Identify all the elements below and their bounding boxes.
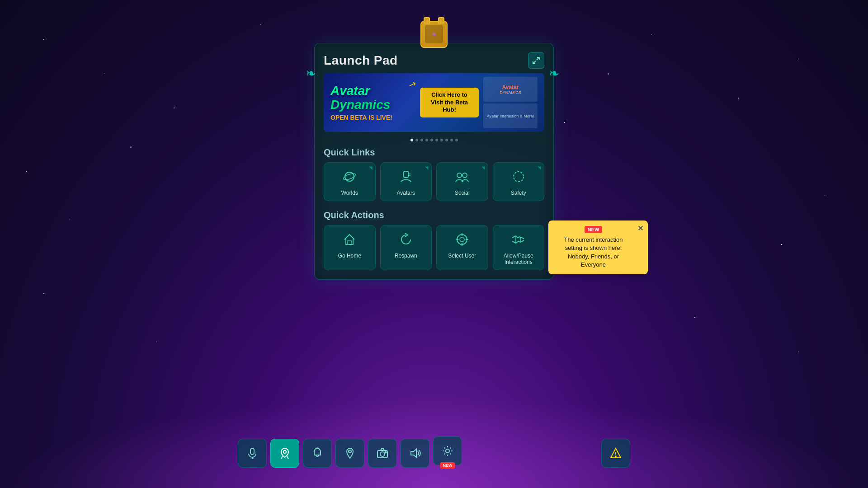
svg-point-9 [514,172,524,182]
respawn-button[interactable]: Respawn [380,225,432,270]
bell-button[interactable] [303,439,332,468]
svg-point-8 [462,173,467,178]
allow-pause-label: Allow/Pause Interactions [497,253,541,265]
banner-text-section: Avatar Dynamics OPEN BETA IS LIVE! [330,84,415,122]
select-user-button[interactable]: Select User [436,225,488,270]
banner-title-line1: Avatar [330,84,415,98]
mascot-avatar: 👾 [416,19,452,50]
dot-3[interactable] [420,139,423,141]
quick-actions-grid: Go Home Respawn [315,225,553,270]
banner-beta-text: OPEN BETA IS LIVE! [330,114,415,121]
safety-icon [511,169,526,186]
interaction-tooltip: NEW ✕ The current interaction setting is… [548,221,648,274]
go-home-button[interactable]: Go Home [324,225,376,270]
dot-9[interactable] [450,139,453,141]
banner-arrow: ↗ [407,77,418,90]
wing-right-decoration: ❧ [549,66,562,80]
allow-pause-button[interactable]: Allow/Pause Interactions NEW ✕ The curre… [493,225,545,270]
launch-pad-panel: ❧ ❧ 👾 Launch Pad Avatar Dynamics OPEN BE [314,43,554,280]
tooltip-new-badge: NEW [585,226,603,233]
banner-cta-button[interactable]: Click Here to Visit the Beta Hub! [420,88,479,118]
tooltip-close-button[interactable]: ✕ [637,224,643,233]
banner-card-2: Avatar Interaction & More! [483,103,538,128]
svg-point-3 [343,173,356,181]
bottom-toolbar: NEW [238,436,630,470]
dot-7[interactable] [440,139,443,141]
launch-button[interactable] [270,439,299,468]
avatars-corner-arrow: ◥ [425,165,429,170]
svg-point-20 [283,450,286,453]
social-corner-arrow: ◥ [481,165,485,170]
dot-6[interactable] [435,139,438,141]
svg-point-26 [385,452,387,453]
social-icon [455,169,469,186]
svg-rect-4 [403,171,409,178]
worlds-corner-arrow: ◥ [369,165,373,170]
dot-2[interactable] [415,139,418,141]
banner-pagination-dots [315,139,553,141]
banner-cards-section: Avatar DYNAMICS Avatar Interaction & Mor… [483,77,538,128]
location-button[interactable] [335,439,364,468]
svg-point-7 [457,173,462,178]
svg-point-23 [349,450,351,453]
banner-title-line2: Dynamics [330,98,415,112]
worlds-label: Worlds [341,190,358,196]
banner-card-1: Avatar DYNAMICS [483,77,538,102]
safety-button[interactable]: ◥ Safety [493,162,545,201]
dot-8[interactable] [445,139,448,141]
svg-point-31 [615,456,616,457]
worlds-button[interactable]: ◥ Worlds [324,162,376,201]
warning-button[interactable] [601,439,630,468]
camera-button[interactable] [368,439,397,468]
select-user-label: Select User [448,253,476,259]
wing-left-decoration: ❧ [306,66,319,80]
planet-icon [342,169,357,186]
dot-4[interactable] [425,139,428,141]
banner-card-title: Avatar [500,84,521,90]
house-icon [342,232,357,249]
go-home-label: Go Home [338,253,361,259]
social-label: Social [455,190,470,196]
expand-button[interactable] [528,52,544,69]
tooltip-box: NEW ✕ The current interaction setting is… [548,221,648,274]
avatars-icon [399,169,413,186]
svg-rect-10 [348,241,351,244]
banner-card-2-text: Avatar Interaction & More! [485,112,536,120]
quick-actions-title: Quick Actions [315,208,553,225]
dot-10[interactable] [455,139,458,141]
quick-links-title: Quick Links [315,145,553,162]
banner-card-subtitle: DYNAMICS [500,90,521,95]
quick-links-grid: ◥ Worlds ◥ Avatars [315,162,553,208]
settings-button[interactable]: NEW [433,436,462,465]
svg-point-28 [446,449,449,453]
volume-button[interactable] [401,439,429,468]
svg-point-12 [460,237,464,242]
safety-corner-arrow: ◥ [538,165,541,170]
social-button[interactable]: ◥ Social [436,162,488,201]
avatars-button[interactable]: ◥ Avatars [380,162,432,201]
avatar-dynamics-banner[interactable]: Avatar Dynamics OPEN BETA IS LIVE! Click… [324,73,544,132]
svg-marker-27 [411,449,416,457]
dot-5[interactable] [430,139,433,141]
refresh-icon [399,232,413,249]
tooltip-content: The current interaction setting is shown… [555,236,632,269]
panel-title: Launch Pad [324,53,398,68]
avatars-label: Avatars [397,190,415,196]
dot-1[interactable] [410,139,413,141]
svg-point-25 [380,452,385,456]
handshake-icon [511,232,526,249]
svg-rect-17 [250,448,254,455]
respawn-label: Respawn [395,253,417,259]
mic-button[interactable] [238,439,267,468]
target-person-icon [455,232,469,249]
safety-label: Safety [511,190,526,196]
settings-new-badge: NEW [440,462,455,469]
svg-point-11 [457,235,467,244]
